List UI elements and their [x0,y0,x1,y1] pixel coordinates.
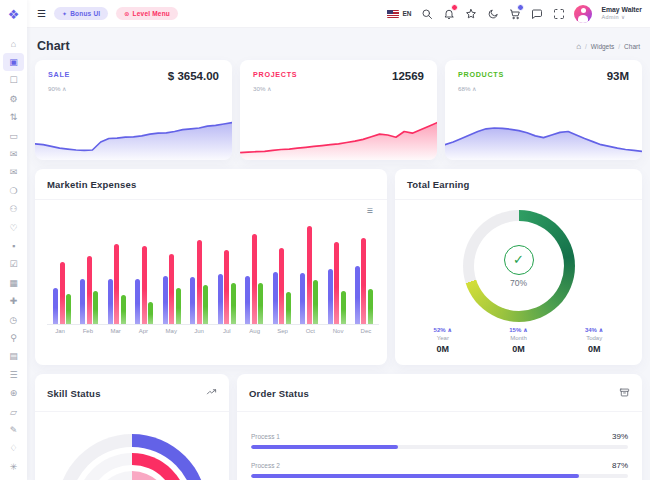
bar-series-a[interactable] [163,276,168,324]
bar-series-a[interactable] [355,266,360,324]
bar-series-a[interactable] [245,276,250,324]
search-icon[interactable] [420,7,433,20]
sidebar-item-monitor[interactable]: ▭ [3,127,24,144]
bar-series-a[interactable] [218,274,223,324]
stat-card-percent: 68% ∧ [445,82,642,92]
user-menu[interactable]: Emay Walter Admin ∨ [601,6,642,21]
level-menu-badge[interactable]: ⊙ Level Menu [116,7,178,20]
bar-series-b[interactable] [307,226,312,324]
bar-series-b[interactable] [252,234,257,324]
bar-series-c[interactable] [258,283,263,324]
bonus-ui-badge[interactable]: ✦ Bonus UI [54,7,108,20]
bar-series-c[interactable] [148,302,153,324]
sidebar-item-timer[interactable]: ◷ [3,311,24,328]
bar-series-a[interactable] [190,277,195,324]
bar-series-a[interactable] [108,279,113,324]
breadcrumb-item[interactable]: Widgets [591,43,614,50]
sidebar-item-server[interactable]: ☰ [3,366,24,383]
sidebar-item-box[interactable]: ☐ [3,72,24,89]
bar-series-c[interactable] [176,288,181,324]
target-icon: ⊙ [124,10,129,17]
order-status-row: Process 287% [251,461,628,478]
sidebar-item-pricing[interactable]: ♢ [3,440,24,457]
bar-series-c[interactable] [121,295,126,324]
skill-status-title: Skill Status [47,388,101,399]
bar-group [218,225,236,324]
bar-series-b[interactable] [224,250,229,324]
earning-stat-value: 0M [556,343,632,356]
sidebar-item-widgets[interactable]: ▣ [3,53,24,70]
language-selector[interactable]: EN [387,10,411,18]
bar-series-a[interactable] [273,272,278,324]
bar-series-a[interactable] [53,288,58,324]
process-label: Process 2 [251,462,280,469]
sidebar-item-social[interactable]: ✚ [3,292,24,309]
bar-group [135,225,153,324]
skill-status-card: Skill Status [35,374,229,480]
stat-card-value: 12569 [392,70,424,82]
bar-series-b[interactable] [361,238,366,324]
sidebar-item-transfer[interactable]: ⇅ [3,109,24,126]
dark-mode-moon-icon[interactable] [486,7,499,20]
sidebar-item-tasks[interactable]: ☑ [3,256,24,273]
earning-stat-percent: 34% ∧ [556,326,632,335]
bar-series-c[interactable] [66,294,71,324]
chart-menu-icon[interactable]: ☰ [367,207,373,215]
sidebar-item-calendar[interactable]: ▦ [3,274,24,291]
bar-series-a[interactable] [135,279,140,324]
stat-card-label: PRODUCTS [458,70,504,79]
sidebar-item-inbox[interactable]: ✉ [3,164,24,181]
app-logo-icon[interactable]: ❖ [0,0,27,28]
sidebar-item-chat[interactable]: ❍ [3,182,24,199]
fullscreen-icon[interactable] [552,7,565,20]
cart-icon[interactable] [508,7,521,20]
trending-up-icon[interactable] [206,384,217,402]
sidebar-item-users[interactable]: ⚇ [3,201,24,218]
bar-series-b[interactable] [169,254,174,324]
star-icon[interactable] [464,7,477,20]
bar-series-c[interactable] [93,291,98,324]
bar-series-c[interactable] [203,285,208,324]
earning-stat-label: Year [405,334,481,343]
bar-series-c[interactable] [368,289,373,324]
sidebar-item-mail[interactable]: ✉ [3,145,24,162]
bar-series-b[interactable] [114,244,119,324]
bar-series-a[interactable] [80,279,85,324]
messages-icon[interactable] [530,7,543,20]
sidebar-item-support[interactable]: ⊛ [3,384,24,401]
home-icon[interactable]: ⌂ [576,42,581,51]
bar-series-b[interactable] [60,262,65,324]
sidebar-item-home[interactable]: ⌂ [3,35,24,52]
user-name: Emay Walter [601,6,642,14]
bar-series-b[interactable] [87,256,92,324]
bar-series-c[interactable] [231,283,236,324]
sparkline-chart [35,108,232,160]
bar-series-b[interactable] [334,242,339,324]
notifications-bell-icon[interactable] [442,7,455,20]
bar-series-c[interactable] [313,280,318,324]
bar-series-c[interactable] [341,291,346,324]
menu-toggle-icon[interactable]: ☰ [37,9,46,19]
sidebar-item-favourites[interactable]: ♡ [3,219,24,236]
total-earning-title: Total Earning [407,179,470,190]
bar-series-b[interactable] [197,240,202,324]
archive-box-icon[interactable] [619,384,630,402]
sidebar-item-files[interactable]: ▤ [3,348,24,365]
earning-stat-label: Month [481,334,557,343]
sidebar-item-misc[interactable]: ✳ [3,458,24,475]
sidebar-item-blog[interactable]: ▪ [3,237,24,254]
user-avatar[interactable] [574,5,592,23]
bar-series-b[interactable] [279,248,284,324]
bar-series-c[interactable] [286,292,291,324]
bar-series-a[interactable] [328,269,333,324]
total-earning-donut: ✓ 70% [463,210,575,322]
sidebar-item-editors[interactable]: ✎ [3,421,24,438]
bar-series-a[interactable] [300,273,305,324]
breadcrumb: ⌂/Widgets/Chart [576,42,640,51]
sidebar-item-search[interactable]: ⚲ [3,329,24,346]
sidebar-item-gallery[interactable]: ▱ [3,403,24,420]
sidebar-item-settings[interactable]: ⚙ [3,90,24,107]
breadcrumb-item[interactable]: Chart [624,43,640,50]
earning-stat-value: 0M [481,343,557,356]
bar-series-b[interactable] [142,246,147,324]
